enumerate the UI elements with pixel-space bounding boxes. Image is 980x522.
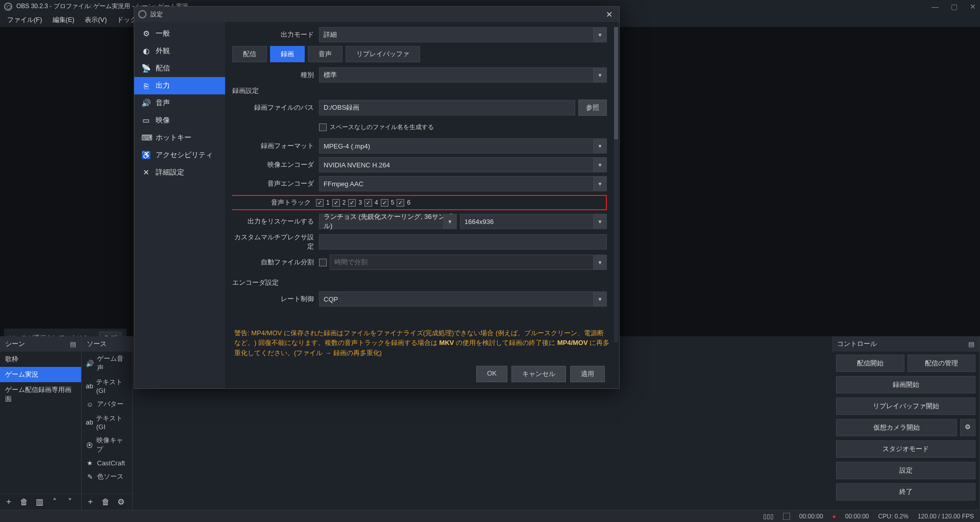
- nospace-checkbox[interactable]: [319, 123, 327, 131]
- menu-edit[interactable]: 編集(E): [47, 13, 80, 27]
- audio-encoder-label: 音声エンコーダ: [232, 179, 319, 188]
- audio-icon: 🔊: [86, 360, 94, 367]
- popout-icon[interactable]: ▤: [70, 340, 76, 348]
- settings-dialog: 設定 ✕ ⚙一般 ◐外観 📡配信 ⎘出力 🔊音声 ▭映像 ⌨ホットキー ♿アクセ…: [134, 6, 620, 389]
- split-checkbox[interactable]: [319, 259, 327, 266]
- gear-icon: ⚙: [141, 29, 151, 38]
- mux-input[interactable]: [319, 234, 607, 250]
- cat-stream[interactable]: 📡配信: [134, 60, 225, 77]
- apply-button[interactable]: 適用: [570, 366, 605, 382]
- chevron-down-icon: ▼: [593, 177, 606, 191]
- obs-logo-icon: [4, 3, 12, 11]
- stream-timer: 00:00:00: [799, 513, 823, 520]
- signal-icon: ▯▯▯: [763, 513, 774, 520]
- add-scene-button[interactable]: ＋: [3, 496, 14, 508]
- mp4-warning: 警告: MP4/MOV に保存された録画はファイルをファイナライズ(完成処理)で…: [232, 324, 612, 362]
- chevron-down-icon: ▼: [593, 255, 606, 269]
- audio-encoder-select[interactable]: FFmpeg AAC▼: [319, 176, 607, 191]
- rescale-filter-select[interactable]: ランチョス (先鋭化スケーリング, 36サンプル)▼: [319, 214, 457, 229]
- cat-advanced[interactable]: ✕詳細設定: [134, 164, 225, 181]
- speaker-icon: 🔊: [141, 98, 151, 108]
- rec-path-input[interactable]: D:/OBS録画: [319, 100, 575, 115]
- scene-item[interactable]: ゲーム実況: [0, 367, 81, 382]
- track-6-checkbox[interactable]: [397, 199, 404, 207]
- source-item[interactable]: abテキスト (GI: [82, 411, 132, 433]
- start-replay-buffer-button[interactable]: リプレイバッファ開始: [836, 397, 975, 415]
- add-source-button[interactable]: ＋: [85, 496, 96, 508]
- cat-hotkeys[interactable]: ⌨ホットキー: [134, 129, 225, 146]
- avatar-icon: ☺: [86, 401, 94, 408]
- scrollbar[interactable]: [614, 27, 618, 342]
- start-recording-button[interactable]: 録画開始: [836, 376, 975, 393]
- menu-file[interactable]: ファイル(F): [2, 13, 47, 27]
- nospace-label: スペースなしのファイル名を生成する: [330, 123, 434, 132]
- controls-panel-header: コントロール ▤: [832, 336, 979, 352]
- rec-indicator-icon: ●: [832, 513, 836, 520]
- scene-item[interactable]: ゲーム配信録画専用画面: [0, 382, 81, 407]
- color-icon: ✎: [86, 473, 94, 481]
- minimize-icon[interactable]: —: [932, 3, 939, 11]
- close-icon[interactable]: ✕: [970, 3, 976, 11]
- rescale-resolution-select[interactable]: 1664x936▼: [460, 214, 607, 229]
- output-mode-select[interactable]: 詳細▼: [319, 27, 607, 42]
- settings-button[interactable]: 設定: [836, 462, 975, 479]
- recording-settings-heading: 録画設定: [232, 86, 607, 95]
- source-item[interactable]: ☺アバター: [82, 397, 132, 411]
- capture-icon: ⦿: [86, 441, 93, 449]
- rate-control-select[interactable]: CQP▼: [319, 291, 607, 307]
- tab-audio[interactable]: 音声: [308, 46, 342, 62]
- source-item[interactable]: ★CastCraft: [82, 457, 132, 469]
- manage-stream-button[interactable]: 配信の管理: [908, 355, 976, 372]
- format-select[interactable]: MPEG-4 (.mp4)▼: [319, 138, 607, 154]
- cat-output[interactable]: ⎘出力: [134, 77, 225, 94]
- cancel-button[interactable]: キャンセル: [511, 366, 566, 382]
- monitor-icon: ▭: [141, 116, 151, 125]
- scene-item[interactable]: 歌枠: [0, 352, 81, 367]
- remove-source-button[interactable]: 🗑: [100, 496, 111, 508]
- rate-control-label: レート制御: [232, 294, 319, 304]
- start-stream-button[interactable]: 配信開始: [836, 355, 904, 372]
- menu-view[interactable]: 表示(V): [80, 13, 112, 27]
- cat-appearance[interactable]: ◐外観: [134, 42, 225, 60]
- start-virtual-cam-button[interactable]: 仮想カメラ開始: [836, 419, 957, 436]
- cat-audio[interactable]: 🔊音声: [134, 94, 225, 112]
- cat-accessibility[interactable]: ♿アクセシビリティ: [134, 146, 225, 164]
- type-label: 種別: [232, 70, 319, 80]
- rescale-label: 出力をリスケールする: [232, 217, 319, 226]
- browse-button[interactable]: 参照: [578, 100, 607, 116]
- maximize-icon[interactable]: ▢: [951, 3, 958, 11]
- scene-down-button[interactable]: ˅: [64, 496, 76, 508]
- source-settings-button[interactable]: ⚙: [115, 496, 127, 508]
- virtual-cam-settings-button[interactable]: ⚙: [960, 419, 975, 436]
- audio-tracks-row-highlight: 音声トラック 1 2 3 4 5 6: [232, 195, 607, 210]
- stream-indicator: [783, 513, 790, 520]
- cat-general[interactable]: ⚙一般: [134, 25, 225, 42]
- track-1-checkbox[interactable]: [316, 199, 324, 207]
- ok-button[interactable]: OK: [476, 366, 507, 382]
- chevron-down-icon: ▼: [593, 158, 606, 172]
- tab-recording[interactable]: 録画: [270, 46, 305, 62]
- source-item[interactable]: 🔊ゲーム音声: [82, 352, 132, 375]
- dialog-close-button[interactable]: ✕: [603, 8, 615, 20]
- scenes-list: 歌枠 ゲーム実況 ゲーム配信録画専用画面: [0, 352, 81, 493]
- remove-scene-button[interactable]: 🗑: [18, 496, 30, 508]
- track-5-checkbox[interactable]: [381, 199, 388, 207]
- cat-video[interactable]: ▭映像: [134, 112, 225, 129]
- source-item[interactable]: abテキスト (GI: [82, 375, 132, 397]
- tab-replay-buffer[interactable]: リプレイバッファ: [346, 46, 420, 62]
- exit-button[interactable]: 終了: [836, 483, 975, 501]
- popout-icon[interactable]: ▤: [968, 340, 974, 348]
- tab-stream[interactable]: 配信: [232, 46, 267, 62]
- studio-mode-button[interactable]: スタジオモード: [836, 440, 975, 458]
- controls-title: コントロール: [837, 339, 877, 349]
- track-4-checkbox[interactable]: [364, 199, 372, 207]
- source-item[interactable]: ✎色ソース: [82, 469, 132, 484]
- track-2-checkbox[interactable]: [332, 199, 340, 207]
- track-3-checkbox[interactable]: [348, 199, 356, 207]
- source-item[interactable]: ⦿映像キャプ: [82, 433, 132, 457]
- split-label: 自動ファイル分割: [232, 258, 319, 267]
- type-select[interactable]: 標準▼: [319, 67, 607, 83]
- scene-up-button[interactable]: ˄: [49, 496, 60, 508]
- video-encoder-select[interactable]: NVIDIA NVENC H.264▼: [319, 157, 607, 172]
- scene-filters-button[interactable]: ▥: [34, 496, 45, 508]
